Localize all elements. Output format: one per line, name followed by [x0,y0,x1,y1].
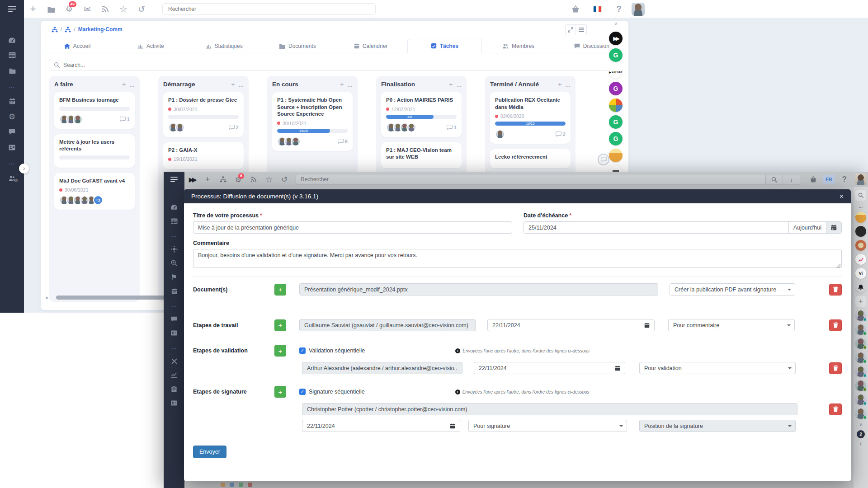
add-travail-button[interactable]: + [274,319,286,331]
close-icon[interactable]: × [840,192,844,201]
sidebar-item-flags[interactable]: ⚑ [164,270,184,284]
contact-avatar[interactable] [855,380,866,391]
task-card[interactable]: MàJ Doc GoFAST avant v4 30/06/2021 +1 [54,173,135,210]
process-title-input[interactable] [193,221,512,234]
add-card-button[interactable]: + [558,81,561,88]
create-button[interactable]: + [200,172,215,187]
help-button[interactable]: ? [837,172,852,187]
calendar-picker-button[interactable] [445,420,460,432]
column-menu-button[interactable]: ... [129,81,135,88]
add-card-button[interactable]: + [449,81,453,88]
basket-button[interactable] [806,172,821,187]
sidebar-more-icon[interactable]: ... [164,228,184,242]
tab-calendrier[interactable]: Calendrier [334,39,407,53]
task-card[interactable]: P0 : Action MAIRIES PARIS 12/07/2021 4/6… [381,92,462,137]
today-button[interactable]: Aujourd'hui [788,222,826,233]
global-search-input[interactable] [296,174,766,185]
delete-signature-button[interactable] [829,404,842,415]
chevron-down-icon[interactable]: ∨ [614,21,618,27]
tab-accueil[interactable]: Accueil [41,39,114,53]
task-card[interactable]: P1 : Dossier de presse Gtec 30/07/2021 2 [163,92,244,137]
chat-search-button[interactable] [855,190,866,201]
column-menu-button[interactable]: ... [238,81,244,88]
task-card[interactable]: BFM Business tournage 1 [54,92,135,129]
add-card-button[interactable]: + [340,81,344,88]
breadcrumb-project[interactable]: Marketing-Comm [78,26,123,33]
calendar-picker-button[interactable] [826,222,841,233]
sidebar-item-documents[interactable] [0,63,24,78]
rail-room-g-purple[interactable]: G [609,82,623,95]
task-card[interactable]: Publication REX Occitanie dans Média 02/… [490,92,571,144]
sidebar-item-discussions[interactable] [164,312,184,326]
chat-rail-more-icon[interactable]: ... [859,204,863,209]
submit-button[interactable]: Envoyer [193,446,226,458]
signature-role-select[interactable]: Pour signature [468,420,627,432]
comment-textarea[interactable]: Bonjour, besoins d'une validation et d'u… [193,249,842,268]
delete-validation-button[interactable] [829,362,842,374]
travail-role-select[interactable]: Pour commentaire [668,319,795,331]
tab-documents[interactable]: Documents [261,39,334,53]
add-room-button[interactable]: + [855,296,866,307]
sidebar-item-dashboard[interactable] [0,33,24,47]
feed-button[interactable] [96,0,114,18]
calendar-picker-button[interactable] [610,362,625,374]
room-pizza-icon[interactable] [855,240,866,251]
sidebar-item-notes[interactable] [164,382,184,396]
spaces-button[interactable] [215,172,231,187]
contact-avatar[interactable] [855,366,866,377]
rail-room-beer-icon[interactable] [609,149,623,162]
validation-sequential-checkbox[interactable]: ✓ [299,347,306,354]
search-scope-button[interactable]: ↓ [783,174,800,185]
signature-position-select[interactable]: Position de la signature [639,420,796,432]
task-card[interactable]: Lecko référencement [490,149,571,168]
signature-date-input[interactable] [302,420,445,432]
sidebar-item-reports[interactable] [164,368,184,382]
signature-sequential-checkbox[interactable]: ✓ [299,389,306,395]
rail-room-g[interactable]: G [609,48,623,62]
language-button[interactable] [588,0,606,18]
processes-button[interactable]: ⚙6 [231,172,246,187]
history-button[interactable]: ↺ [132,0,151,18]
tab-membres[interactable]: Membres [482,39,555,53]
contact-avatar[interactable] [855,310,866,321]
due-date-input[interactable] [524,222,788,233]
add-signature-button[interactable]: + [274,386,286,398]
add-card-button[interactable]: + [231,81,235,88]
contact-avatar[interactable] [855,324,866,335]
menu-toggle-button[interactable] [0,0,24,18]
expand-view-button[interactable] [565,24,576,35]
sidebar-item-contacts[interactable] [164,326,184,340]
sidebar-expand-toggle[interactable]: > [19,164,29,174]
gofast-logo-icon[interactable]: ▶▶ [184,172,200,187]
contact-avatar[interactable] [855,338,866,349]
help-button[interactable]: ? [610,0,628,18]
favorites-button[interactable]: ☆ [261,172,277,187]
task-card[interactable]: Mettre à jour les users référents [54,134,135,168]
tab-activite[interactable]: Activité [114,39,187,53]
sidebar-item-lists[interactable] [164,214,184,228]
contact-avatar[interactable] [855,408,866,419]
room-burger-icon[interactable] [855,226,866,237]
rail-gofast-logo[interactable]: ▶GoFAST [609,65,623,79]
sidebar-item-advanced-search[interactable] [164,256,184,270]
tab-statistiques[interactable]: Statistiques [188,39,261,53]
tab-taches[interactable]: Tâches [407,39,481,53]
sidebar-item-processes[interactable]: ⚙ [0,109,24,124]
history-button[interactable]: ↺ [277,172,292,187]
room-vi-logo[interactable]: Vi [855,268,866,279]
list-view-button[interactable] [576,24,587,35]
user-avatar[interactable] [632,3,645,16]
breadcrumb[interactable]: / / Marketing-Comm [52,26,123,33]
chat-launcher-button[interactable] [598,154,609,165]
contact-avatar[interactable] [855,352,866,363]
create-button[interactable]: + [24,0,42,18]
sidebar-item-discussions[interactable] [0,125,24,139]
validation-date-input[interactable] [474,362,610,374]
sidebar-more-icon[interactable]: ... [164,298,184,312]
processes-button[interactable]: ⚙49 [60,0,78,18]
mail-button[interactable]: ✉ [78,0,96,18]
horizontal-scrollbar-thumb[interactable] [56,296,166,300]
scroll-left-arrow[interactable]: ◄ [44,296,48,300]
calendar-picker-button[interactable] [640,319,654,331]
board-search[interactable] [49,59,620,71]
